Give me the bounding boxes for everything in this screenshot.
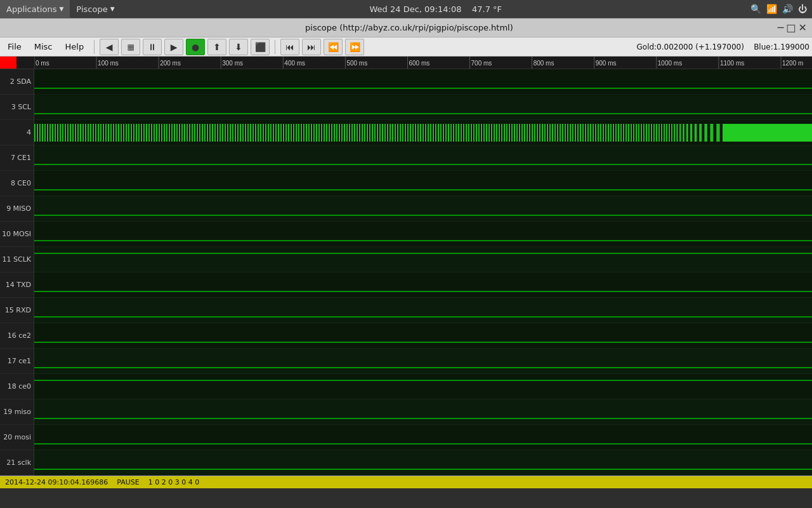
channel-label-16ce2: 16 ce2 xyxy=(0,323,34,349)
channel-labels: 2 SDA3 SCL47 CE18 CE09 MISO10 MOSI11 SCL… xyxy=(0,69,34,476)
channel-label-14TXD: 14 TXD xyxy=(0,272,34,298)
menubar: File Misc Help ◀ ▦ ⏸ ▶ ● ⬆ ⬇ ⬛ ⏮ ⏭ ⏪ ⏩ G… xyxy=(0,37,812,57)
toolbar-separator-2 xyxy=(275,40,275,54)
channel-label-15RXD: 15 RXD xyxy=(0,298,34,323)
window-title: piscope (http://abyz.co.uk/rpi/pigpio/pi… xyxy=(43,23,775,32)
applications-menu[interactable]: Applications ▼ xyxy=(0,0,70,18)
channel-label-17ce1: 17 ce1 xyxy=(0,349,34,374)
ruler-red-marker xyxy=(0,57,16,69)
play-button[interactable]: ▶ xyxy=(164,39,183,55)
status-datetime: 2014-12-24 09:10:04.169686 xyxy=(5,478,108,486)
time-ruler xyxy=(0,57,812,69)
download-button[interactable]: ⬇ xyxy=(229,39,248,55)
channel-label-8CE0: 8 CE0 xyxy=(0,171,34,196)
taskbar-datetime: Wed 24 Dec, 09:14:08 47.7 °F xyxy=(121,4,750,14)
statusbar: 2014-12-24 09:10:04.169686 PAUSE 1 0 2 0… xyxy=(0,476,812,488)
back-button[interactable]: ◀ xyxy=(100,39,119,55)
search-taskbar-icon[interactable]: 🔍 xyxy=(750,4,761,14)
channel-label-19miso: 19 miso xyxy=(0,399,34,425)
piscope-label: Piscope xyxy=(76,4,107,14)
cursor-info: Gold:0.002000 (+1.197000) Blue:1.199000 xyxy=(636,43,809,51)
channel-label-3SCL: 3 SCL xyxy=(0,95,34,120)
grid-button[interactable]: ▦ xyxy=(121,39,140,55)
channel-label-10MOSI: 10 MOSI xyxy=(0,222,34,247)
close-button[interactable]: ✕ xyxy=(799,22,807,34)
maximize-button[interactable]: □ xyxy=(786,22,796,34)
piscope-menu[interactable]: Piscope ▼ xyxy=(70,0,121,18)
titlebar: piscope (http://abyz.co.uk/rpi/pigpio/pi… xyxy=(0,18,812,37)
minimize-button[interactable]: ─ xyxy=(778,22,784,34)
misc-menu[interactable]: Misc xyxy=(29,41,58,53)
main-area: 2 SDA3 SCL47 CE18 CE09 MISO10 MOSI11 SCL… xyxy=(0,69,812,476)
taskbar-icons: 🔍 📶 🔊 ⏻ xyxy=(750,4,812,14)
channel-label-7CE1: 7 CE1 xyxy=(0,145,34,171)
next-right-button[interactable]: ⏭ xyxy=(302,39,321,55)
channel-label-9MISO: 9 MISO xyxy=(0,196,34,222)
piscope-arrow-icon: ▼ xyxy=(110,6,115,12)
applications-label: Applications xyxy=(6,4,56,14)
record-button[interactable]: ● xyxy=(186,39,205,55)
channel-label-4: 4 xyxy=(0,120,34,145)
waveform-area xyxy=(34,69,812,476)
help-menu[interactable]: Help xyxy=(60,41,89,53)
taskbar: Applications ▼ Piscope ▼ Wed 24 Dec, 09:… xyxy=(0,0,812,18)
end-button[interactable]: ⏩ xyxy=(345,39,364,55)
file-menu[interactable]: File xyxy=(3,41,27,53)
channel-label-2SDA: 2 SDA xyxy=(0,69,34,95)
gold-label: Gold:0.002000 (+1.197000) xyxy=(636,43,743,51)
toolbar-separator-1 xyxy=(94,40,95,54)
status-zoom: 1 0 2 0 3 0 4 0 xyxy=(148,478,199,486)
blue-label: Blue:1.199000 xyxy=(754,43,809,51)
start-button[interactable]: ⏪ xyxy=(324,39,343,55)
wifi-icon[interactable]: 📶 xyxy=(766,4,777,14)
channel-label-21sclk: 21 sclk xyxy=(0,450,34,476)
channel-label-11SCLK: 11 SCLK xyxy=(0,247,34,272)
ruler-canvas xyxy=(34,57,812,69)
status-pause: PAUSE xyxy=(117,478,139,486)
channel-label-18ce0: 18 ce0 xyxy=(0,374,34,399)
upload-button[interactable]: ⬆ xyxy=(207,39,226,55)
save-button[interactable]: ⬛ xyxy=(251,39,270,55)
prev-left-button[interactable]: ⏮ xyxy=(280,39,299,55)
volume-icon[interactable]: 🔊 xyxy=(782,4,793,14)
channel-label-20mosi: 20 mosi xyxy=(0,425,34,450)
pause-button[interactable]: ⏸ xyxy=(143,39,162,55)
waveform-canvas xyxy=(34,69,812,476)
power-icon[interactable]: ⏻ xyxy=(798,4,807,14)
applications-arrow-icon: ▼ xyxy=(59,6,63,12)
